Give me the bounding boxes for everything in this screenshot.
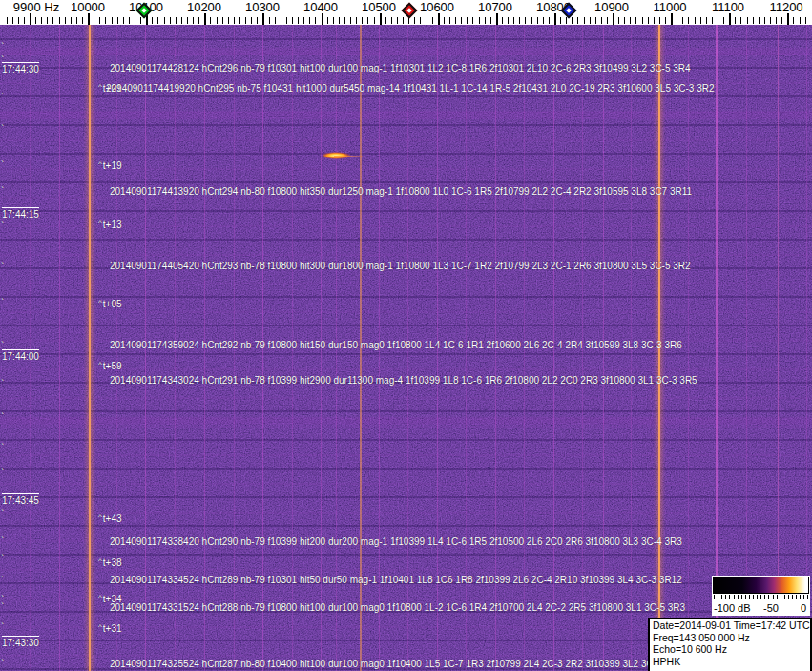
event-marker-label: t+43: [103, 514, 122, 524]
caret-icon: ^: [98, 82, 102, 91]
ruler-minor-tick: [193, 17, 194, 24]
freq-label-10400: 10400: [303, 0, 338, 14]
ruler-minor-tick: [543, 17, 544, 24]
ruler-minor-tick: [624, 17, 625, 24]
ruler-minor-tick: [718, 17, 718, 24]
ruler-minor-tick: [47, 17, 48, 24]
ruler-minor-tick: [781, 17, 782, 24]
time-label-174400: 17:44:00: [2, 349, 39, 362]
ruler-minor-tick: [472, 17, 473, 24]
ruler-minor-tick: [432, 17, 433, 24]
ruler-minor-tick: [12, 17, 13, 24]
time-label-174330: 17:43:30: [2, 636, 39, 648]
detection-row: 20140901174331524 hCnt288 nb-79 f10800 h…: [110, 602, 685, 613]
ruler-minor-tick: [706, 17, 707, 24]
ruler-major-tick: [30, 13, 31, 25]
freq-label-10900: 10900: [594, 0, 629, 14]
ruler-minor-tick: [76, 17, 77, 24]
ruler-minor-tick: [71, 17, 72, 24]
time-edge-tick: `: [1, 554, 4, 564]
ruler-minor-tick: [513, 17, 514, 24]
carrier-line: [746, 25, 747, 671]
event-marker-tp29: ^t+29: [98, 83, 122, 94]
time-edge-tick: `: [1, 412, 4, 423]
colorbar-tick: [725, 595, 726, 599]
colorbar-tick: [800, 595, 801, 599]
ruler-minor-tick: [344, 17, 345, 24]
ruler-minor-tick: [385, 17, 386, 24]
ruler-major-tick: [380, 13, 382, 25]
ruler-minor-tick: [176, 17, 177, 24]
time-edge-tick: `: [1, 379, 4, 389]
ruler-minor-tick: [700, 17, 701, 24]
ruler-minor-tick: [648, 17, 649, 24]
ruler-major-tick: [438, 13, 440, 25]
ruler-minor-tick: [723, 17, 724, 24]
ruler-minor-tick: [525, 17, 526, 24]
detection-row: 20140901174359024 hCnt292 nb-79 f10800 h…: [110, 340, 682, 350]
ruler-minor-tick: [228, 17, 229, 24]
ruler-minor-tick: [251, 17, 252, 24]
ruler-minor-tick: [695, 17, 696, 24]
colorbar-tick: [760, 595, 761, 599]
ruler-minor-tick: [286, 17, 287, 24]
caret-icon: ^: [98, 513, 102, 521]
colorbar-tick: [749, 595, 750, 599]
colorbar-tick: [788, 595, 789, 599]
carrier-line: [59, 25, 60, 671]
carrier-line: [716, 25, 718, 671]
colorbar-tick: [764, 595, 765, 599]
noise-band: [0, 112, 812, 119]
ruler-minor-tick: [257, 17, 258, 24]
freq-label-11000: 11000: [653, 0, 686, 14]
time-label-174345: 17:43:45: [2, 493, 39, 506]
ruler-minor-tick: [65, 17, 66, 24]
ruler-minor-tick: [112, 17, 113, 24]
ruler-major-tick: [262, 13, 264, 25]
info-echo: Echo=10 600 Hz: [650, 643, 810, 656]
event-marker-tp38: ^t+38: [98, 557, 122, 568]
carrier-line: [778, 25, 779, 671]
ruler-minor-tick: [245, 17, 246, 24]
ruler-minor-tick: [140, 17, 141, 24]
ruler-minor-tick: [117, 17, 118, 24]
ruler-minor-tick: [770, 17, 771, 24]
ruler-minor-tick: [688, 17, 689, 24]
event-marker-tp19: ^t+19: [98, 160, 122, 171]
ruler-minor-tick: [508, 17, 509, 24]
time-edge-tick: `: [1, 124, 4, 135]
ruler-minor-tick: [759, 17, 760, 24]
carrier-line: [30, 25, 31, 671]
time-label-174430: 17:44:30: [2, 62, 39, 74]
ruler-major-tick: [671, 13, 673, 25]
ruler-minor-tick: [269, 17, 270, 24]
ruler-minor-tick: [99, 17, 100, 24]
ruler-major-tick: [613, 13, 614, 25]
colorbar-tick: [729, 595, 730, 599]
ruler-major-tick: [322, 13, 323, 25]
time-edge-tick: `: [1, 186, 4, 197]
colorbar-tick: [753, 595, 754, 599]
colorbar-tick: [807, 595, 808, 599]
ruler-minor-tick: [105, 17, 106, 24]
colorbar-tick: [768, 595, 769, 599]
ruler-major-tick: [729, 13, 731, 25]
time-edge-tick: `: [1, 509, 4, 519]
freq-label-10700: 10700: [478, 0, 512, 14]
ruler-minor-tick: [181, 17, 182, 24]
ruler-minor-tick: [327, 17, 328, 24]
ruler-minor-tick: [152, 17, 153, 24]
ruler-minor-tick: [566, 17, 567, 24]
detection-row: 20140901174419920 hCnt295 nb-75 f10431 h…: [106, 83, 715, 94]
ruler-minor-tick: [455, 17, 456, 24]
colorbar-tick: [734, 595, 735, 599]
ruler-minor-tick: [275, 17, 276, 24]
ruler-minor-tick: [239, 17, 240, 24]
event-marker-tp59: ^t+59: [98, 361, 122, 371]
colorbar-legend: -100 dB -50 0: [712, 576, 810, 616]
meteor-spectrogram-app: 9900 Hz100001010010200103001040010500106…: [0, 0, 812, 671]
red-marker-diamond-icon[interactable]: [402, 3, 418, 19]
ruler-minor-tick: [420, 17, 421, 24]
carrier-line: [688, 25, 689, 671]
event-marker-tp05: ^t+05: [98, 299, 122, 309]
